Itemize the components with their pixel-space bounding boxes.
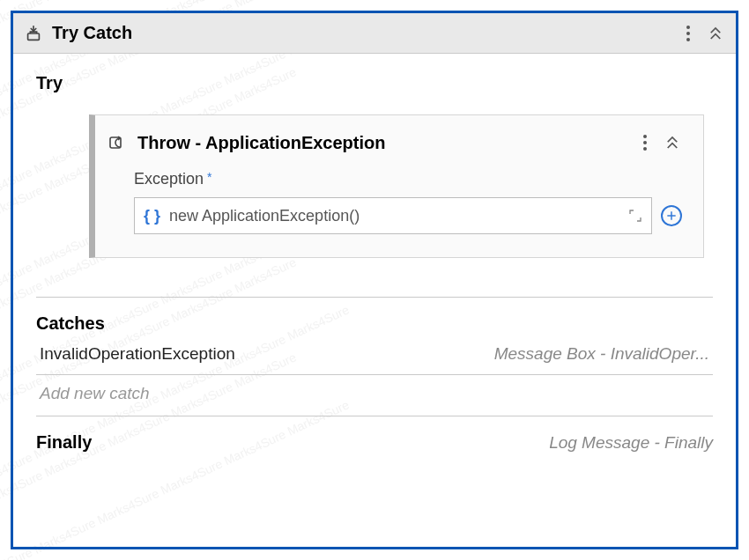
exception-expression-input[interactable]: { } new ApplicationException() [134,197,652,234]
throw-activity[interactable]: Throw - ApplicationException Exception * [89,114,704,258]
collapse-button[interactable] [706,24,725,43]
catches-section-label: Catches [36,313,713,334]
titlebar-title: Try Catch [52,23,132,43]
required-asterisk-icon: * [207,170,211,184]
finally-handler-desc: Log Message - Finally [549,433,713,453]
divider [36,297,713,298]
throw-activity-title: Throw - ApplicationException [137,133,385,153]
more-options-button[interactable] [683,22,693,45]
add-catch-input[interactable]: Add new catch [36,375,713,416]
try-catch-container: Try Catch Try [11,11,738,549]
catch-exception-name: InvalidOperationException [40,344,235,364]
exception-expression-value: new ApplicationException() [169,207,360,225]
expand-expression-icon[interactable] [628,209,642,223]
add-expression-button[interactable] [661,205,682,226]
throw-more-options-button[interactable] [640,131,650,154]
svg-rect-0 [28,33,40,40]
catch-row[interactable]: InvalidOperationException Message Box - … [36,334,713,375]
try-section-label: Try [36,73,713,93]
finally-section-label: Finally [36,432,92,453]
expression-braces-icon: { } [144,207,160,225]
throw-icon [108,132,129,153]
throw-collapse-button[interactable] [663,133,682,152]
exception-field-label: Exception [134,170,204,188]
catch-handler-desc: Message Box - InvalidOper... [494,344,709,364]
titlebar: Try Catch [13,13,736,54]
activity-icon [24,24,43,43]
